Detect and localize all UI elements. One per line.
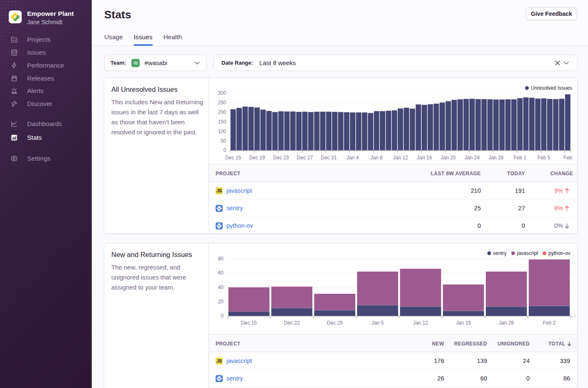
svg-text:Jan 12: Jan 12	[393, 155, 408, 161]
svg-text:Dec 19: Dec 19	[249, 155, 265, 161]
svg-text:Jan 16: Jan 16	[417, 155, 432, 161]
svg-text:Dec 27: Dec 27	[297, 155, 313, 161]
svg-text:80: 80	[218, 256, 224, 262]
svg-text:Feb: Feb	[563, 155, 572, 161]
svg-text:50: 50	[221, 138, 226, 144]
svg-text:javascript: javascript	[517, 250, 538, 256]
svg-text:Jan 24: Jan 24	[465, 155, 480, 161]
svg-text:Unresolved Issues: Unresolved Issues	[531, 85, 572, 91]
svg-text:Feb 2: Feb 2	[543, 320, 556, 326]
svg-text:250: 250	[218, 100, 226, 106]
svg-text:200: 200	[218, 109, 226, 115]
svg-text:0: 0	[221, 313, 224, 319]
svg-text:Jan 4: Jan 4	[347, 155, 359, 161]
svg-text:Jan 26: Jan 26	[499, 320, 514, 326]
svg-text:Dec 15: Dec 15	[225, 155, 241, 161]
svg-text:150: 150	[218, 119, 226, 125]
svg-text:Jan 20: Jan 20	[441, 155, 456, 161]
svg-text:20: 20	[218, 299, 224, 305]
svg-text:sentry: sentry	[493, 250, 507, 256]
svg-text:Jan 8: Jan 8	[370, 155, 383, 161]
svg-text:60: 60	[218, 270, 224, 276]
svg-text:Dec 23: Dec 23	[273, 155, 289, 161]
svg-text:Dec 22: Dec 22	[284, 320, 300, 326]
svg-text:Jan 12: Jan 12	[413, 320, 428, 326]
svg-text:Feb 1: Feb 1	[513, 155, 526, 161]
svg-text:Dec 15: Dec 15	[241, 320, 257, 326]
svg-text:Dec 31: Dec 31	[321, 155, 337, 161]
svg-text:python-ov: python-ov	[548, 250, 570, 256]
svg-text:Jan 5: Jan 5	[372, 320, 384, 326]
svg-text:300: 300	[218, 90, 226, 96]
svg-text:100: 100	[218, 128, 226, 134]
svg-text:Jan 19: Jan 19	[456, 320, 471, 326]
svg-text:Jan 28: Jan 28	[488, 155, 503, 161]
svg-text:Feb 5: Feb 5	[538, 155, 550, 161]
svg-text:40: 40	[218, 285, 224, 290]
svg-text:Dec 29: Dec 29	[327, 320, 343, 326]
svg-text:0: 0	[224, 147, 226, 153]
